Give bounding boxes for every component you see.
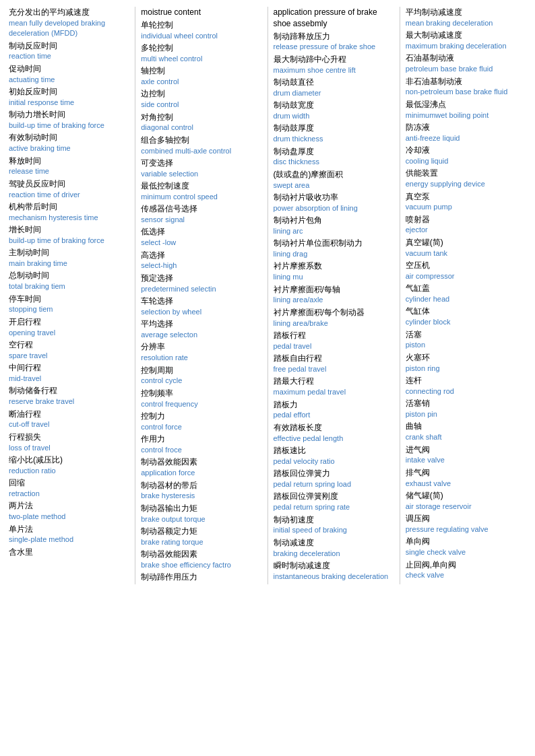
chinese-term: 气缸体 [406, 306, 526, 317]
list-item: 供能装置energy supplying device [406, 168, 526, 189]
list-item: 气缸体cylinder block [406, 306, 526, 327]
english-term: piston [406, 340, 526, 350]
english-term: single-plate method [9, 535, 129, 545]
english-term: opening travel [9, 328, 129, 338]
list-item: 最低湿沸点minimumwet boiling point [406, 99, 526, 121]
list-item: 空压机air compressor [406, 260, 526, 281]
list-item: 止回阀,单向阀check valve [406, 559, 526, 581]
column-2: moistrue content单轮控制individual wheel con… [135, 7, 268, 584]
english-term: initial speed of braking [274, 525, 394, 535]
list-item: 单轮控制individual wheel control [141, 20, 261, 41]
list-item: 对角控制diagonal control [141, 112, 261, 133]
english-term: control force [141, 422, 261, 432]
english-term: release time [9, 166, 129, 176]
column-4: 平均制动减速度mean braking deceleration最大制动减速度m… [400, 7, 532, 584]
chinese-term: 车轮选择 [141, 296, 261, 307]
chinese-term: 衬片摩擦系数 [274, 261, 394, 272]
list-item: 最大制动减速度maximum braking deceleration [406, 30, 526, 51]
list-item: 储气罐(简)air storage reservoir [406, 490, 526, 512]
english-term: brake rating torque [141, 537, 261, 547]
english-term: reaction time [9, 51, 129, 61]
list-item: 最低控制速度minimum control speed [141, 180, 261, 202]
chinese-term: 制动盘厚度 [274, 146, 394, 158]
english-term: application force [141, 468, 261, 478]
list-item: 调压阀pressure regulating valve [406, 513, 526, 535]
list-item: 边控制side control [141, 88, 261, 110]
english-term: initial response time [9, 98, 129, 108]
list-item: 非石油基制动液non-petroleum base brake fluid [406, 76, 526, 98]
list-item: 踏板力pedal effort [274, 399, 394, 421]
chinese-term: 制动器额定力矩 [141, 526, 261, 537]
list-item: 制动器效能因素application force [141, 456, 261, 478]
chinese-term: 进气阀 [406, 444, 526, 456]
list-item: 控制周期control cycle [141, 365, 261, 386]
english-term: control cycle [141, 376, 261, 386]
english-term: reaction time of driver [9, 190, 129, 200]
list-item: 驾驶员反应时间reaction time of driver [9, 178, 129, 200]
list-item: 踏板速比pedal velocity ratio [274, 445, 394, 467]
list-item: 喷射器ejector [406, 214, 526, 236]
chinese-term: 含水里 [9, 547, 129, 558]
list-item: 制动器额定力矩brake rating torque [141, 526, 261, 547]
english-term: drum width [274, 111, 394, 121]
chinese-term: 踏板速比 [274, 445, 394, 456]
chinese-term: 初始反应时间 [9, 86, 129, 98]
chinese-term: 调压阀 [406, 513, 526, 524]
list-item: moistrue content [141, 7, 261, 18]
english-term: two-plate method [9, 512, 129, 522]
chinese-term: 回缩 [9, 477, 129, 489]
chinese-term: 制动储备行程 [9, 385, 129, 397]
chinese-term: application pressure of brake shoe asseb… [274, 7, 394, 30]
list-item: 释放时间release time [9, 156, 129, 177]
chinese-term: 控制力 [141, 411, 261, 422]
list-item: 踏板自由行程free pedal travel [274, 353, 394, 374]
english-term: active braking time [9, 143, 129, 153]
list-item: 组合多轴控制combined multi-axle control [141, 135, 261, 156]
chinese-term: 防冻液 [406, 122, 526, 133]
list-item: 低选择select -low [141, 226, 261, 248]
list-item: 中间行程mid-travel [9, 362, 129, 384]
english-term: free pedal travel [274, 364, 394, 374]
list-item: 单向阀single check valve [406, 536, 526, 557]
chinese-term: 制动鼓宽度 [274, 100, 394, 111]
chinese-term: 制动减速度 [274, 537, 394, 549]
chinese-term: 低选择 [141, 226, 261, 238]
chinese-term: 控制频率 [141, 388, 261, 399]
chinese-term: 组合多轴控制 [141, 135, 261, 146]
english-term: actuating time [9, 75, 129, 85]
list-item: 缩小比(减压比)reduction ratio [9, 454, 129, 476]
english-term: air storage reservoir [406, 502, 526, 512]
english-term: mean braking deceleration [406, 18, 526, 28]
list-item: 制动蹄释放压力release pressure of brake shoe [274, 31, 394, 53]
english-term: build-up time of braking force [9, 236, 129, 246]
chinese-term: 边控制 [141, 88, 261, 100]
list-item: 初始反应时间initial response time [9, 86, 129, 108]
chinese-term: moistrue content [141, 7, 261, 18]
english-term: mean fully developed braking deceleratio… [9, 18, 129, 39]
chinese-term: 总制动时间 [9, 270, 129, 281]
chinese-term: 最大制动减速度 [406, 30, 526, 41]
english-term: selection by wheel [141, 307, 261, 317]
chinese-term: 供能装置 [406, 168, 526, 179]
list-item: 衬片摩擦系数lining mu [274, 261, 394, 282]
list-item: 防冻液anti-freeze liquid [406, 122, 526, 143]
chinese-term: 有效制动时间 [9, 132, 129, 143]
list-item: 衬片摩擦面积/每个制动器lining area/brake [274, 307, 394, 329]
chinese-term: 主制动时间 [9, 247, 129, 259]
english-term: control froce [141, 445, 261, 455]
chinese-term: 有效踏板长度 [274, 422, 394, 434]
list-item: 真空泵vacuum pump [406, 191, 526, 213]
english-term: crank shaft [406, 432, 526, 442]
english-term: cylinder head [406, 294, 526, 304]
chinese-term: 制动反应时间 [9, 40, 129, 52]
list-item: 衬片摩擦面积/每轴lining area/axle [274, 284, 394, 306]
english-term: exhaust valve [406, 479, 526, 489]
chinese-term: 可变选择 [141, 158, 261, 169]
english-term: drum thickness [274, 134, 394, 144]
list-item: 制动初速度initial speed of braking [274, 514, 394, 536]
english-term: braking deceleration [274, 549, 394, 559]
list-item: 制动衬片吸收功率power absorption of lining [274, 192, 394, 213]
chinese-term: 充分发出的平均减速度 [9, 7, 129, 18]
list-item: 主制动时间main braking time [9, 247, 129, 269]
list-item: 控制频率control frequency [141, 388, 261, 409]
